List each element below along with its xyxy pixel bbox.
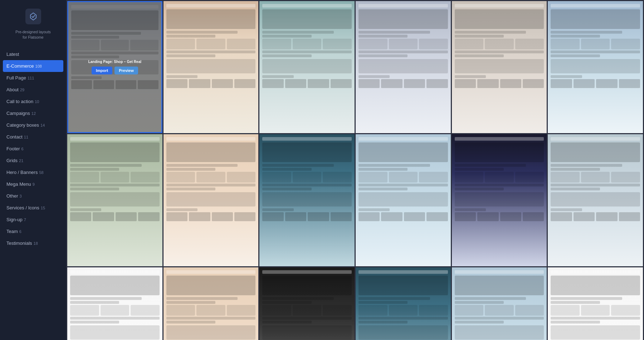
nav-count: 18 bbox=[34, 241, 38, 246]
grid-item[interactable] bbox=[164, 134, 259, 266]
nav-label: Contact bbox=[6, 134, 23, 140]
grid-item[interactable] bbox=[356, 1, 451, 133]
grid-item[interactable] bbox=[164, 267, 259, 340]
nav-label: About bbox=[6, 87, 19, 92]
grid-item[interactable] bbox=[452, 267, 547, 340]
nav-count: 7 bbox=[24, 218, 26, 222]
grid-item[interactable] bbox=[67, 134, 162, 266]
nav-label: E-Commerce bbox=[6, 63, 34, 69]
nav-count: 14 bbox=[40, 123, 45, 127]
grid-item[interactable] bbox=[164, 1, 259, 133]
nav-label: Sign-up bbox=[6, 217, 23, 222]
sidebar-item-campaigns[interactable]: Campaigns 12 bbox=[0, 107, 66, 119]
grid-item[interactable] bbox=[259, 1, 355, 133]
sidebar-item-herobanners[interactable]: Hero / Banners 58 bbox=[0, 166, 66, 178]
sidebar-item-signup[interactable]: Sign-up 7 bbox=[0, 214, 66, 225]
nav-label: Mega Menu bbox=[6, 181, 31, 187]
brand-subtitle: Pre-designed layoutsfor Flatsome bbox=[15, 29, 51, 40]
nav-count: 29 bbox=[20, 88, 24, 92]
nav-count: 6 bbox=[19, 229, 21, 234]
nav-count: 9 bbox=[33, 182, 35, 186]
nav-count: 21 bbox=[19, 159, 23, 163]
nav-count: 3 bbox=[20, 194, 22, 198]
grid-item[interactable] bbox=[452, 134, 547, 266]
nav-label: Services / Icons bbox=[6, 205, 39, 210]
overlay-label: Landing Page: Shop – Get Real bbox=[86, 60, 143, 64]
templates-grid: Landing Page: Shop – Get RealImportPrevi… bbox=[66, 0, 644, 340]
import-button[interactable]: Import bbox=[92, 67, 112, 74]
sidebar-item-servicesiconss[interactable]: Services / Icons 15 bbox=[0, 202, 66, 214]
grid-item[interactable] bbox=[548, 267, 643, 340]
nav-label: Testimonials bbox=[6, 241, 32, 246]
sidebar-item-calltoaction[interactable]: Call to action 10 bbox=[0, 96, 66, 107]
nav-label: Call to action bbox=[6, 99, 33, 104]
sidebar-item-categoryboxes[interactable]: Category boxes 14 bbox=[0, 119, 66, 131]
sidebar-item-grids[interactable]: Grids 21 bbox=[0, 155, 66, 166]
nav-count: 15 bbox=[41, 206, 45, 210]
nav-count: 111 bbox=[28, 76, 34, 80]
sidebar-item-latest[interactable]: Latest bbox=[0, 48, 66, 60]
nav-count: 6 bbox=[21, 147, 24, 151]
grid-item[interactable] bbox=[356, 134, 451, 266]
nav-label: Other bbox=[6, 193, 18, 199]
sidebar-item-megamenu[interactable]: Mega Menu 9 bbox=[0, 178, 66, 190]
grid-item[interactable] bbox=[452, 1, 547, 133]
nav-count: 58 bbox=[39, 170, 43, 175]
preview-button[interactable]: Preview bbox=[114, 67, 138, 74]
nav-count: 12 bbox=[31, 111, 36, 116]
nav-label: Latest bbox=[6, 52, 19, 57]
sidebar-item-other[interactable]: Other 3 bbox=[0, 190, 66, 202]
grid-item[interactable] bbox=[548, 1, 643, 133]
sidebar-item-ecommerce[interactable]: E-Commerce 108 bbox=[3, 60, 63, 72]
overlay-buttons: ImportPreview bbox=[92, 67, 138, 74]
nav-label: Hero / Banners bbox=[6, 170, 38, 175]
grid-item[interactable] bbox=[259, 134, 355, 266]
nav-label: Category boxes bbox=[6, 122, 39, 128]
nav-label: Full Page bbox=[6, 75, 26, 81]
sidebar-item-about[interactable]: About 29 bbox=[0, 84, 66, 96]
grid-item-overlay: Landing Page: Shop – Get RealImportPrevi… bbox=[68, 2, 161, 132]
nav-count: 11 bbox=[24, 135, 28, 139]
logo-area: Pre-designed layoutsfor Flatsome bbox=[0, 0, 66, 45]
sidebar-item-testimonials[interactable]: Testimonials 18 bbox=[0, 237, 66, 249]
nav-count: 108 bbox=[35, 64, 42, 68]
grid-item[interactable] bbox=[259, 267, 355, 340]
sidebar-item-fullpage[interactable]: Full Page 111 bbox=[0, 72, 66, 84]
sidebar-item-team[interactable]: Team 6 bbox=[0, 225, 66, 237]
sidebar: Pre-designed layoutsfor Flatsome LatestE… bbox=[0, 0, 66, 340]
grid-item[interactable] bbox=[356, 267, 451, 340]
sidebar-item-contact[interactable]: Contact 11 bbox=[0, 131, 66, 143]
nav-label: Team bbox=[6, 229, 18, 234]
logo-icon bbox=[25, 9, 41, 24]
nav-label: Footer bbox=[6, 146, 20, 151]
nav-label: Campaigns bbox=[6, 111, 30, 116]
grid-item[interactable] bbox=[67, 267, 162, 340]
main-content: Landing Page: Shop – Get RealImportPrevi… bbox=[66, 0, 644, 340]
grid-item[interactable] bbox=[548, 134, 643, 266]
grid-item[interactable]: Landing Page: Shop – Get RealImportPrevi… bbox=[67, 1, 162, 133]
sidebar-item-footer[interactable]: Footer 6 bbox=[0, 143, 66, 155]
nav-count: 10 bbox=[35, 99, 39, 104]
nav-label: Grids bbox=[6, 158, 18, 163]
sidebar-navigation: LatestE-Commerce 108Full Page 111About 2… bbox=[0, 45, 66, 252]
